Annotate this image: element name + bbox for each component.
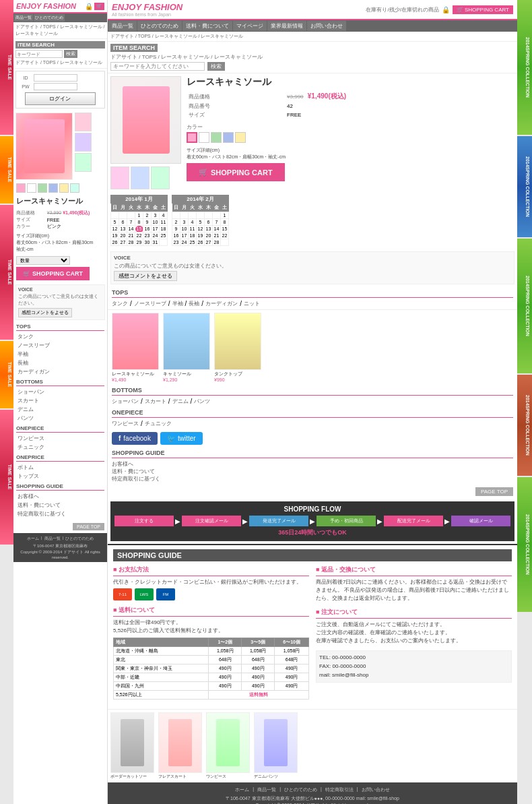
tops-r-3[interactable]: 半袖 (172, 300, 183, 307)
onepiece-r-2[interactable]: チュニック (145, 420, 172, 427)
footer-r-law[interactable]: 特定商取引法 (325, 786, 354, 793)
tops-r-6[interactable]: ニット (244, 300, 260, 307)
footer-r-items[interactable]: 商品一覧 (257, 786, 276, 793)
page-top-btn-left[interactable]: PAGE TOP (73, 523, 104, 530)
bottoms-r-4[interactable]: パンツ (194, 398, 210, 405)
quantity-select-left[interactable]: 数量 1 2 (16, 256, 70, 265)
tops-item-2-left[interactable]: ノースリーブ (16, 341, 104, 350)
bottoms-r-2[interactable]: スカート (145, 398, 166, 405)
tops-r-5[interactable]: カーディガン (205, 300, 238, 307)
guide-r-1[interactable]: お客様へ (112, 460, 513, 468)
guide-item-3-left[interactable]: 特定商取引に基づく (16, 509, 104, 518)
tops-item-1-left[interactable]: タンク (16, 332, 104, 341)
thumb-2-left[interactable] (75, 133, 92, 152)
price-label-left: 商品価格 (16, 210, 47, 216)
nav-right-2[interactable]: ひとのてのため (137, 21, 182, 31)
lower-product-4[interactable]: デニムパンツ (254, 712, 298, 780)
login-pass-input[interactable] (34, 83, 77, 90)
swatch-pink-right[interactable] (187, 132, 197, 143)
tw-icon-right: 🐦 (167, 435, 175, 442)
cart-btn-left[interactable]: 🛒 (94, 3, 104, 10)
facebook-btn-right[interactable]: f facebook (112, 432, 158, 445)
swatch-yellow-left[interactable] (59, 183, 69, 193)
lower-product-2[interactable]: フレアスカート (158, 712, 202, 780)
thumb-2-right[interactable] (131, 166, 149, 189)
product-item-1[interactable]: レースキャミソール ¥1,490 (112, 313, 159, 382)
swatch-green-left[interactable] (38, 183, 47, 193)
tops-item-4-left[interactable]: 長袖 (16, 359, 104, 367)
swatch-yellow-right[interactable] (235, 132, 246, 143)
onepiece-r-1[interactable]: ワンピース (112, 420, 139, 427)
footer-link-about[interactable]: ひとのてのため (65, 536, 94, 542)
footer-r-contact[interactable]: お問い合わせ (362, 786, 390, 793)
ship-row-2-area: 東北 (114, 656, 209, 664)
add-to-cart-btn-right[interactable]: 🛒 SHOPPING CART (187, 163, 285, 181)
swatch-white-right[interactable] (199, 132, 209, 143)
thumb-1-right[interactable] (110, 166, 129, 189)
lower-product-1[interactable]: ボーダーカットソー (110, 712, 154, 780)
footer-r-about[interactable]: ひとのてのため (284, 786, 317, 793)
nav-right-3[interactable]: 送料・費について (182, 21, 232, 31)
guide-r-2[interactable]: 送料・費について (112, 468, 513, 475)
swatch-mint-left[interactable] (70, 183, 79, 193)
add-to-cart-btn-left[interactable]: 🛒 SHOPPING CART (16, 267, 90, 280)
voice-comment-btn-left[interactable]: 感想コメントをよせる (18, 308, 72, 317)
swatch-pink-left[interactable] (16, 183, 26, 193)
footer-r-home[interactable]: ホーム (235, 786, 249, 793)
color-label-right: カラー (187, 123, 514, 131)
tops-item-5-left[interactable]: カーディガン (16, 367, 104, 376)
thumb-3-right[interactable] (151, 166, 170, 189)
guide-item-1-left[interactable]: お客様へ (16, 492, 104, 501)
product-item-3[interactable]: タンクトップ ¥990 (214, 313, 261, 382)
swatch-blue-right[interactable] (223, 132, 234, 143)
swatch-blue-left[interactable] (48, 183, 58, 193)
search-btn-right[interactable]: 検索 (207, 62, 225, 71)
product-price-2: ¥1,290 (163, 377, 210, 382)
swatch-green-right[interactable] (211, 132, 222, 143)
guide-r-3[interactable]: 特定商取引に基づく (112, 475, 513, 483)
bottoms-item-4-left[interactable]: パンツ (16, 414, 104, 423)
product-color-left: ピンク (47, 223, 104, 230)
swatch-white-left[interactable] (27, 183, 36, 193)
lower-product-3[interactable]: ワンピース (206, 712, 250, 780)
onepiece-item-1-left[interactable]: ワンピース (16, 434, 104, 443)
footer-sep-1: | (41, 536, 42, 542)
login-btn[interactable]: ログイン (25, 92, 96, 105)
nav-right-5[interactable]: 業界最新情報 (267, 21, 306, 31)
tops-r-2[interactable]: ノースリーブ (134, 300, 166, 307)
nav-item-left-1[interactable]: 商品一覧 (14, 14, 33, 22)
tops-r-4[interactable]: 長袖 (189, 300, 199, 307)
size-detail-right-1: サイズ詳細(cm) (187, 147, 514, 154)
tops-r-1[interactable]: タンク (112, 300, 128, 307)
footer-link-home[interactable]: ホーム (27, 536, 39, 542)
nav-right-4[interactable]: マイページ (233, 21, 267, 31)
nav-item-left-2[interactable]: ひとのてのため (34, 14, 65, 22)
page-top-btn-right[interactable]: PAGE TOP (475, 487, 513, 496)
thumb-3-left[interactable] (75, 153, 92, 172)
size-info-right: サイズ詳細(cm) 着丈60cm・バスト82cm・肩幅30cm・袖丈-cm (187, 147, 514, 160)
product-item-2[interactable]: キャミソール ¥1,290 (163, 313, 210, 382)
cal-tue-feb: 火 (189, 204, 197, 212)
bottoms-item-1-left[interactable]: ショーパン (16, 388, 104, 396)
search-input-right[interactable] (110, 62, 205, 71)
shopping-guide-full-title: SHOPPING GUIDE (113, 549, 512, 561)
guide-item-2-left[interactable]: 送料・費について (16, 501, 104, 509)
footer-link-items[interactable]: 商品一覧 (44, 536, 61, 542)
search-input-left[interactable] (15, 50, 63, 58)
shopping-cart-btn-right[interactable]: 🛒 SHOPPING CART (453, 5, 513, 14)
voice-comment-btn-right[interactable]: 感想コメントをよせる (114, 271, 177, 281)
bottoms-item-2-left[interactable]: スカート (16, 396, 104, 405)
tops-item-3-left[interactable]: 半袖 (16, 350, 104, 359)
nav-right-1[interactable]: 商品一覧 (108, 21, 137, 31)
login-id-input[interactable] (34, 74, 77, 82)
oneprice-item-1-left[interactable]: ボトム (16, 463, 104, 472)
bottoms-item-3-left[interactable]: デニム (16, 405, 104, 414)
search-btn-left[interactable]: 検索 (64, 50, 77, 58)
oneprice-item-2-left[interactable]: トップス (16, 472, 104, 481)
bottoms-r-3[interactable]: デニム (172, 398, 189, 405)
twitter-btn-right[interactable]: 🐦 twitter (160, 432, 203, 445)
nav-right-6[interactable]: お問い合わせ (307, 21, 346, 31)
bottoms-r-1[interactable]: ショーパン (112, 398, 139, 405)
thumb-1-left[interactable] (75, 113, 92, 131)
onepiece-item-2-left[interactable]: チュニック (16, 443, 104, 452)
